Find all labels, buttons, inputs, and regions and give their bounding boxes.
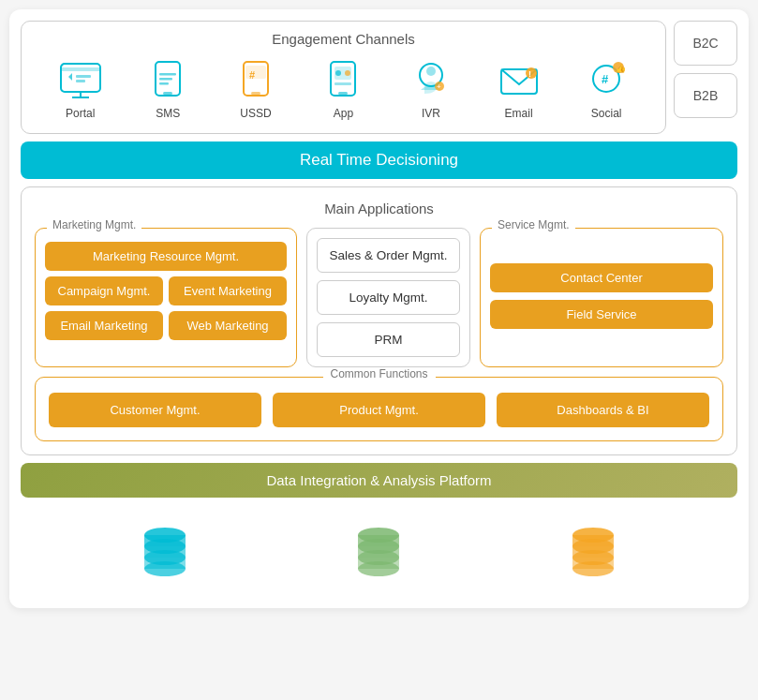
portal-icon (55, 58, 106, 101)
email-icon: ! (494, 58, 544, 101)
service-mgmt-label: Service Mgmt. (492, 218, 575, 231)
svg-rect-16 (338, 92, 348, 95)
svg-point-18 (335, 70, 341, 76)
svg-rect-12 (251, 92, 260, 95)
apps-row: Marketing Mgmt. Marketing Resource Mgmt.… (35, 228, 723, 367)
loyalty-mgmt-btn[interactable]: Loyalty Mgmt. (317, 280, 460, 315)
marketing-row-2: Email Marketing Web Marketing (45, 311, 287, 340)
channel-ussd-label: USSD (240, 107, 271, 120)
marketing-row-1: Campaign Mgmt. Event Marketing (45, 276, 287, 305)
product-mgmt-btn[interactable]: Product Mgmt. (273, 393, 485, 427)
svg-rect-4 (76, 75, 91, 78)
sms-icon (142, 58, 193, 101)
service-mgmt-box: Service Mgmt. Contact Center Field Servi… (480, 228, 723, 367)
real-time-decisioning-bar: Real Time Decisioning (21, 141, 737, 179)
marketing-grid: Marketing Resource Mgmt. Campaign Mgmt. … (45, 242, 287, 340)
common-functions-label: Common Functions (322, 367, 435, 380)
svg-text:#: # (602, 72, 609, 86)
svg-point-38 (144, 561, 186, 576)
channel-sms-label: SMS (156, 107, 180, 120)
dashboards-bi-btn[interactable]: Dashboards & BI (497, 393, 709, 427)
svg-point-26 (526, 67, 537, 79)
channel-portal-label: Portal (66, 107, 95, 120)
contact-center-btn[interactable]: Contact Center (490, 263, 713, 292)
svg-text:!: ! (528, 69, 531, 79)
marketing-mgmt-label: Marketing Mgmt. (47, 218, 141, 231)
channel-portal: Portal (55, 58, 106, 120)
marketing-mgmt-box: Marketing Mgmt. Marketing Resource Mgmt.… (35, 228, 297, 367)
social-icon: # 👍 (581, 58, 632, 101)
svg-rect-14 (245, 66, 266, 79)
b2b-box: B2B (674, 73, 737, 118)
channel-ivr: + IVR (406, 58, 456, 120)
channel-social-label: Social (591, 107, 622, 120)
svg-point-45 (358, 561, 399, 576)
channel-sms: SMS (142, 58, 193, 120)
web-marketing-btn[interactable]: Web Marketing (169, 311, 287, 340)
channels-icons: Portal SMS (37, 58, 650, 120)
channel-ivr-label: IVR (422, 107, 440, 120)
channel-email-label: Email (505, 107, 533, 120)
b2c-box: B2C (674, 21, 737, 66)
app-icon (318, 58, 368, 101)
svg-text:👍: 👍 (616, 63, 627, 74)
channel-app: App (318, 58, 368, 120)
svg-point-52 (572, 561, 614, 576)
ivr-icon: + (406, 58, 456, 101)
channel-ussd: # USSD (230, 58, 281, 120)
event-marketing-btn[interactable]: Event Marketing (169, 276, 287, 305)
field-service-btn[interactable]: Field Service (490, 300, 713, 329)
svg-rect-5 (76, 80, 85, 82)
svg-rect-8 (159, 73, 176, 76)
email-marketing-btn[interactable]: Email Marketing (45, 311, 163, 340)
engagement-channels-box: Engagement Channels (21, 21, 666, 134)
main-container: Engagement Channels (9, 9, 749, 608)
svg-rect-1 (61, 67, 100, 71)
b2c-b2b-column: B2C B2B (674, 21, 737, 134)
svg-rect-20 (334, 82, 351, 85)
svg-rect-9 (159, 78, 172, 81)
channel-email: ! Email (494, 58, 544, 120)
engagement-channels-title: Engagement Channels (37, 31, 650, 47)
database-1 (132, 518, 198, 588)
channel-social: # 👍 Social (581, 58, 632, 120)
top-row: Engagement Channels (21, 21, 737, 134)
marketing-resource-btn[interactable]: Marketing Resource Mgmt. (45, 242, 287, 271)
svg-rect-7 (163, 92, 172, 95)
data-integration-bar: Data Integration & Analysis Platform (21, 463, 737, 498)
svg-point-22 (426, 67, 436, 76)
channel-app-label: App (334, 107, 353, 120)
common-functions-box: Common Functions Customer Mgmt. Product … (35, 377, 723, 441)
svg-text:+: + (437, 82, 441, 91)
databases-row (21, 509, 737, 597)
svg-rect-10 (159, 82, 169, 85)
sales-order-group: Sales & Order Mgmt. Loyalty Mgmt. PRM (306, 228, 470, 367)
svg-point-19 (345, 70, 350, 76)
prm-btn[interactable]: PRM (317, 322, 460, 357)
main-applications-title: Main Applications (35, 201, 723, 216)
customer-mgmt-btn[interactable]: Customer Mgmt. (49, 393, 261, 427)
sales-order-btn[interactable]: Sales & Order Mgmt. (317, 238, 460, 273)
main-applications-box: Main Applications Marketing Mgmt. Market… (21, 186, 737, 455)
database-2 (346, 518, 411, 588)
database-3 (560, 518, 626, 588)
campaign-mgmt-btn[interactable]: Campaign Mgmt. (45, 276, 163, 305)
ussd-icon: # (230, 58, 281, 101)
common-row: Customer Mgmt. Product Mgmt. Dashboards … (49, 393, 709, 427)
